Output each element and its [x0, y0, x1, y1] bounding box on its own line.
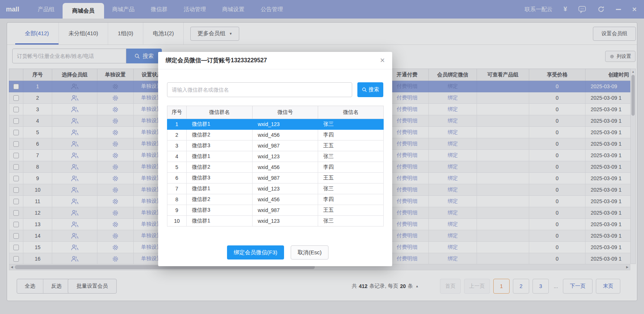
modal-title: 绑定会员微信—订货账号13233229527	[166, 57, 267, 65]
modal-close-icon[interactable]: ×	[380, 56, 385, 65]
group-name-cell[interactable]: 微信群2	[187, 130, 253, 141]
wechat-row[interactable]: 6微信群3wxid_987王五	[167, 173, 384, 184]
wechat-search-input[interactable]	[167, 82, 352, 97]
wechat-table-header: 序号 微信群名 微信号 微信名	[167, 106, 384, 119]
wechat-name-cell[interactable]: 张三	[318, 216, 384, 227]
wxid-cell[interactable]: wxid_987	[253, 173, 318, 184]
header-group-name: 微信群名	[187, 106, 253, 119]
row-index: 6	[167, 173, 187, 184]
header-wechat-name: 微信名	[318, 106, 384, 119]
wechat-row[interactable]: 10微信群1wxid_123张三	[167, 216, 384, 227]
wechat-name-cell[interactable]: 张三	[318, 151, 384, 162]
wxid-cell[interactable]: wxid_123	[253, 184, 318, 194]
wxid-cell[interactable]: wxid_987	[253, 141, 318, 151]
row-index: 4	[167, 151, 187, 162]
wxid-cell[interactable]: wxid_456	[253, 130, 318, 141]
wxid-cell[interactable]: wxid_123	[253, 216, 318, 227]
wechat-name-cell[interactable]: 王五	[318, 205, 384, 216]
group-name-cell[interactable]: 微信群3	[187, 141, 253, 151]
wechat-row[interactable]: 8微信群2wxid_456李四	[167, 194, 384, 205]
row-index: 9	[167, 205, 187, 216]
wechat-row[interactable]: 9微信群3wxid_987王五	[167, 205, 384, 216]
modal-header: 绑定会员微信—订货账号13233229527 ×	[158, 52, 392, 69]
wechat-row[interactable]: 3微信群3wxid_987王五	[167, 141, 384, 151]
wechat-name-cell[interactable]: 李四	[318, 130, 384, 141]
group-name-cell[interactable]: 微信群1	[187, 151, 253, 162]
wechat-row[interactable]: 7微信群1wxid_123张三	[167, 184, 384, 194]
wechat-name-cell[interactable]: 王五	[318, 141, 384, 151]
row-index: 7	[167, 184, 187, 194]
search-icon	[362, 87, 367, 92]
row-index: 2	[167, 130, 187, 141]
group-name-cell[interactable]: 微信群2	[187, 194, 253, 205]
wechat-name-cell[interactable]: 王五	[318, 173, 384, 184]
bind-wechat-modal: 绑定会员微信—订货账号13233229527 × 搜索 序号 微信群名 微信号 …	[158, 52, 392, 266]
wechat-table-body: 1微信群1wxid_123张三2微信群2wxid_456李四3微信群3wxid_…	[167, 119, 384, 227]
wechat-name-cell[interactable]: 李四	[318, 162, 384, 173]
wechat-search-button[interactable]: 搜索	[357, 82, 383, 97]
row-index: 8	[167, 194, 187, 205]
group-name-cell[interactable]: 微信群1	[187, 216, 253, 227]
group-name-cell[interactable]: 微信群3	[187, 173, 253, 184]
wechat-row[interactable]: 2微信群2wxid_456李四	[167, 130, 384, 141]
cancel-button[interactable]: 取消(Esc)	[291, 245, 328, 260]
wechat-name-cell[interactable]: 张三	[318, 184, 384, 194]
wechat-row[interactable]: 4微信群1wxid_123张三	[167, 151, 384, 162]
wechat-table: 序号 微信群名 微信号 微信名 1微信群1wxid_123张三2微信群2wxid…	[167, 106, 384, 227]
row-index: 10	[167, 216, 187, 227]
wxid-cell[interactable]: wxid_123	[253, 151, 318, 162]
wechat-row[interactable]: 1微信群1wxid_123张三	[167, 119, 384, 130]
wxid-cell[interactable]: wxid_123	[253, 119, 318, 130]
group-name-cell[interactable]: 微信群3	[187, 205, 253, 216]
group-name-cell[interactable]: 微信群1	[187, 184, 253, 194]
wechat-name-cell[interactable]: 李四	[318, 194, 384, 205]
wechat-row[interactable]: 5微信群2wxid_456李四	[167, 162, 384, 173]
wechat-name-cell[interactable]: 张三	[318, 119, 384, 130]
row-index: 1	[167, 119, 187, 130]
row-index: 3	[167, 141, 187, 151]
group-name-cell[interactable]: 微信群2	[187, 162, 253, 173]
wxid-cell[interactable]: wxid_456	[253, 194, 318, 205]
group-name-cell[interactable]: 微信群1	[187, 119, 253, 130]
row-index: 5	[167, 162, 187, 173]
app-window: mall 产品组商城会员商城产品微信群活动管理商城设置公告管理 联系一配云 ¥ …	[0, 0, 644, 314]
wxid-cell[interactable]: wxid_456	[253, 162, 318, 173]
header-wxid: 微信号	[253, 106, 318, 119]
wxid-cell[interactable]: wxid_987	[253, 205, 318, 216]
header-index: 序号	[167, 106, 187, 119]
confirm-bind-button[interactable]: 绑定会员微信(F3)	[227, 245, 284, 260]
